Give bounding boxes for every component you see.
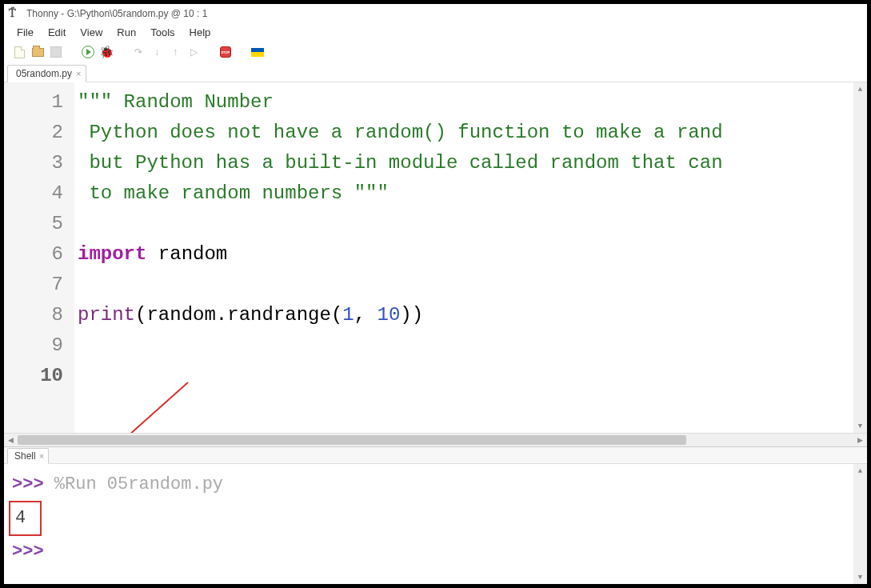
line-number: 4 (4, 178, 63, 209)
step-out-button[interactable]: ↑ (168, 45, 182, 59)
app-window: T̋ Thonny - G:\Python\05random.py @ 10 :… (3, 3, 868, 585)
line-number: 8 (4, 300, 63, 330)
scroll-track[interactable] (853, 478, 867, 570)
play-icon (82, 46, 94, 58)
window-title: Thonny - G:\Python\05random.py @ 10 : 1 (26, 8, 207, 19)
code-line[interactable] (78, 270, 864, 300)
ukraine-flag-icon (251, 48, 264, 57)
step-into-button[interactable]: ↓ (150, 45, 164, 59)
shell-tab-label: Shell (14, 450, 36, 462)
app-icon: T̋ (9, 7, 22, 20)
run-button[interactable] (81, 45, 95, 59)
line-number-current: 10 (4, 361, 63, 391)
line-gutter: 1 2 3 4 5 6 7 8 9 10 (4, 82, 74, 433)
step-into-icon: ↓ (154, 46, 159, 58)
step-out-icon: ↑ (173, 46, 178, 58)
line-number: 6 (4, 239, 63, 270)
shell-line[interactable]: >>> (12, 536, 859, 568)
new-file-button[interactable] (12, 45, 26, 59)
code-line[interactable]: to make random numbers """ (78, 178, 864, 209)
code-editor[interactable]: 1 2 3 4 5 6 7 8 9 10 """ Random Number P… (4, 82, 867, 433)
shell-panel[interactable]: >>> %Run 05random.py 4 >>> ▲ ▼ (4, 464, 867, 584)
scroll-track[interactable] (18, 434, 853, 446)
code-line[interactable] (78, 209, 864, 239)
shell-output-line[interactable]: 4 (12, 501, 859, 536)
scroll-up-icon[interactable]: ▲ (853, 82, 867, 96)
stop-button[interactable]: STOP (218, 45, 233, 59)
open-file-button[interactable] (30, 45, 45, 59)
line-number: 5 (4, 209, 63, 239)
code-line[interactable]: Python does not have a random() function… (78, 118, 864, 148)
debug-button[interactable]: 🐞 (99, 45, 114, 59)
editor-tabs: 05random.py × (4, 63, 867, 82)
scroll-track[interactable] (853, 96, 867, 419)
line-number: 1 (4, 87, 63, 118)
code-line[interactable]: """ Random Number (78, 87, 864, 118)
menubar: File Edit View Run Tools Help (4, 23, 867, 41)
step-over-icon: ↷ (134, 46, 142, 58)
code-area[interactable]: """ Random Number Python does not have a… (74, 82, 867, 433)
line-number: 2 (4, 118, 63, 148)
titlebar: T̋ Thonny - G:\Python\05random.py @ 10 :… (4, 4, 867, 23)
close-icon[interactable]: × (76, 69, 81, 78)
menu-tools[interactable]: Tools (144, 25, 181, 40)
close-icon[interactable]: × (39, 451, 44, 461)
scroll-thumb[interactable] (18, 435, 686, 445)
shell-command: %Run 05random.py (54, 474, 223, 494)
toolbar: 🐞 ↷ ↓ ↑ ▷ STOP (4, 41, 867, 63)
code-line[interactable]: print(random.randrange(1, 10)) (78, 300, 864, 330)
menu-run[interactable]: Run (110, 25, 142, 40)
shell-tabs: Shell × (4, 446, 867, 464)
tab-shell[interactable]: Shell × (7, 448, 49, 464)
shell-prompt: >>> (12, 474, 54, 494)
save-file-button[interactable] (49, 45, 63, 59)
resume-button[interactable]: ▷ (186, 45, 201, 59)
code-line[interactable]: import random (78, 239, 864, 270)
stop-icon: STOP (220, 46, 231, 58)
shell-output: 4 (15, 508, 26, 528)
menu-file[interactable]: File (10, 25, 40, 40)
menu-edit[interactable]: Edit (42, 25, 72, 40)
shell-prompt: >>> (12, 542, 54, 562)
step-over-button[interactable]: ↷ (131, 45, 146, 59)
editor-vertical-scrollbar[interactable]: ▲ ▼ (853, 82, 867, 433)
shell-vertical-scrollbar[interactable]: ▲ ▼ (853, 464, 867, 584)
menu-help[interactable]: Help (183, 25, 218, 40)
code-line[interactable]: but Python has a built-in module called … (78, 148, 864, 178)
resume-icon: ▷ (190, 46, 198, 58)
line-number: 7 (4, 270, 63, 300)
scroll-up-icon[interactable]: ▲ (853, 464, 867, 478)
line-number: 9 (4, 330, 63, 361)
shell-line[interactable]: >>> %Run 05random.py (12, 469, 859, 501)
scroll-down-icon[interactable]: ▼ (853, 419, 867, 433)
tab-05random[interactable]: 05random.py × (7, 65, 86, 82)
line-number: 3 (4, 148, 63, 178)
file-icon (14, 46, 25, 58)
scroll-left-icon[interactable]: ◀ (4, 434, 18, 447)
code-line[interactable] (78, 330, 864, 361)
disk-icon (50, 46, 62, 58)
support-ukraine-button[interactable] (250, 45, 265, 59)
highlighted-output: 4 (9, 501, 42, 536)
scroll-down-icon[interactable]: ▼ (853, 570, 867, 584)
scroll-right-icon[interactable]: ▶ (853, 434, 867, 447)
folder-icon (32, 48, 44, 57)
bug-icon: 🐞 (99, 45, 114, 59)
tab-label: 05random.py (16, 68, 72, 79)
menu-view[interactable]: View (74, 25, 109, 40)
editor-horizontal-scrollbar[interactable]: ◀ ▶ (4, 433, 867, 446)
